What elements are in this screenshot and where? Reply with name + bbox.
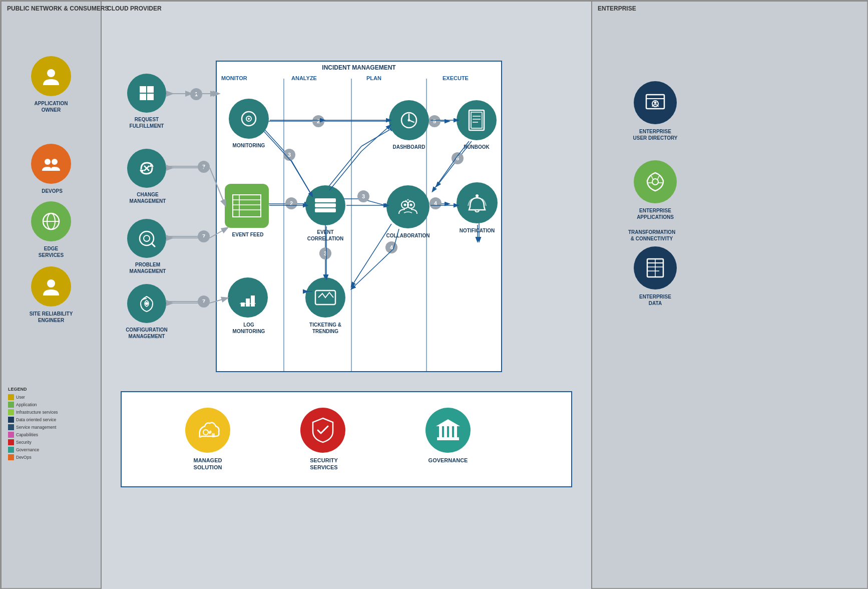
security-circle [300, 408, 345, 453]
svg-line-104 [210, 228, 227, 238]
edge-label: EDGESERVICES [29, 245, 74, 258]
legend-app: Application [8, 402, 58, 408]
collaboration-label: COLLABORATION [381, 232, 435, 239]
log-monitoring-circle [228, 277, 268, 318]
dashboard-label: DASHBOARD [382, 144, 436, 150]
col-analyze: ANALYZE [291, 75, 317, 81]
badge-4a: 4 [429, 197, 442, 209]
collaboration-circle [386, 185, 429, 228]
svg-rect-52 [233, 195, 261, 217]
runbook-label: RUNBOOK [454, 144, 499, 150]
ent-data-circle [634, 246, 677, 289]
svg-line-47 [152, 243, 155, 246]
ent-user-dir-circle [634, 81, 677, 124]
legend-gov: Governance [8, 447, 58, 453]
svg-rect-42 [147, 94, 154, 100]
badge-6: 6 [452, 152, 464, 164]
legend-user: User [8, 394, 58, 400]
governance-label: GOVERNANCE [427, 457, 469, 464]
badge-7b: 7 [198, 230, 210, 242]
event-feed-circle [225, 184, 269, 228]
managed-label: MANAGEDSOLUTION [179, 457, 237, 471]
section-label-cloud: CLOUD PROVIDER [107, 5, 162, 12]
notification-label: NOTIFICATION [451, 227, 504, 234]
monitoring-label: MONITORING [224, 142, 274, 149]
ent-apps-circle [634, 160, 677, 203]
svg-rect-75 [471, 112, 482, 128]
svg-rect-93 [437, 437, 459, 440]
event-corr-label: EVENTCORRELATION [300, 229, 350, 242]
legend-devops: DevOps [8, 454, 58, 460]
badge-4b: 4 [385, 241, 397, 253]
app-owner-label: APPLICATIONOWNER [16, 100, 86, 113]
svg-rect-57 [241, 303, 245, 307]
badge-7a: 7 [198, 161, 210, 173]
badge-3c: 3 [319, 247, 331, 259]
svg-rect-95 [444, 426, 447, 437]
legend-infra: Infrastructure services [8, 409, 58, 415]
section-label-enterprise: ENTERPRISE [598, 5, 636, 12]
badge-2a: 2 [285, 197, 297, 209]
svg-rect-63 [315, 208, 336, 212]
badge-2b: 2 [312, 115, 324, 127]
svg-point-33 [45, 159, 51, 165]
svg-point-38 [47, 279, 55, 287]
svg-point-34 [52, 159, 58, 165]
badge-7c: 7 [198, 296, 210, 308]
app-owner-circle [31, 56, 71, 96]
devops-circle [31, 144, 71, 184]
svg-rect-58 [246, 299, 250, 307]
svg-line-106 [210, 298, 227, 303]
svg-point-71 [405, 200, 407, 202]
runbook-circle [457, 100, 497, 140]
svg-line-102 [210, 168, 225, 205]
svg-point-69 [404, 204, 406, 206]
managed-circle [185, 408, 230, 453]
svg-rect-94 [439, 426, 442, 437]
ent-data-label: ENTERPRISEDATA [634, 293, 677, 307]
svg-point-66 [408, 119, 410, 122]
change-circle [127, 149, 166, 188]
problem-label: PROBLEMMANAGEMENT [118, 261, 177, 274]
svg-point-70 [410, 204, 412, 206]
transform-label: TRANSFORMATION& CONNECTIVITY [602, 229, 702, 242]
svg-line-113 [329, 151, 361, 190]
event-feed-label: EVENT FEED [225, 231, 270, 238]
notification-circle [457, 182, 498, 223]
change-label: CHANGEMANAGEMENT [118, 191, 177, 204]
svg-rect-40 [147, 86, 154, 93]
sre-label: SITE RELIABILITYENGINEER [11, 311, 91, 324]
main-diagram: PUBLIC NETWORK & CONSUMERS CLOUD PROVIDE… [0, 0, 868, 589]
badge-5: 5 [428, 115, 441, 127]
legend-sec: Security [8, 439, 58, 445]
svg-line-127 [351, 249, 393, 289]
svg-rect-41 [140, 94, 146, 100]
legend-data: Data oriented service [8, 417, 58, 423]
svg-rect-62 [315, 203, 336, 207]
ticketing-circle [305, 277, 345, 318]
svg-rect-97 [454, 426, 457, 437]
badge-3b: 3 [357, 190, 369, 202]
edge-circle [31, 201, 71, 241]
svg-point-80 [476, 194, 479, 197]
ent-user-dir-label: ENTERPRISEUSER DIRECTORY [622, 128, 689, 141]
svg-point-84 [654, 102, 657, 104]
dashboard-circle [389, 100, 429, 140]
col-plan: PLAN [366, 75, 381, 81]
svg-point-32 [47, 69, 55, 77]
problem-circle [127, 219, 166, 258]
svg-point-72 [407, 199, 409, 201]
badge-3a: 3 [283, 149, 295, 161]
legend-svc: Service management [8, 424, 58, 430]
legend-cap: Capabilities [8, 432, 58, 438]
svg-point-73 [409, 200, 411, 202]
svg-rect-61 [315, 198, 336, 202]
security-label: SECURITYSERVICES [291, 457, 356, 471]
svg-rect-2 [592, 1, 868, 589]
governance-circle [425, 408, 471, 453]
svg-marker-98 [436, 419, 460, 426]
svg-point-51 [248, 118, 250, 120]
svg-rect-1 [101, 1, 592, 589]
config-label: CONFIGURATIONMANAGEMENT [112, 327, 181, 340]
legend-title: LEGEND [8, 387, 58, 392]
